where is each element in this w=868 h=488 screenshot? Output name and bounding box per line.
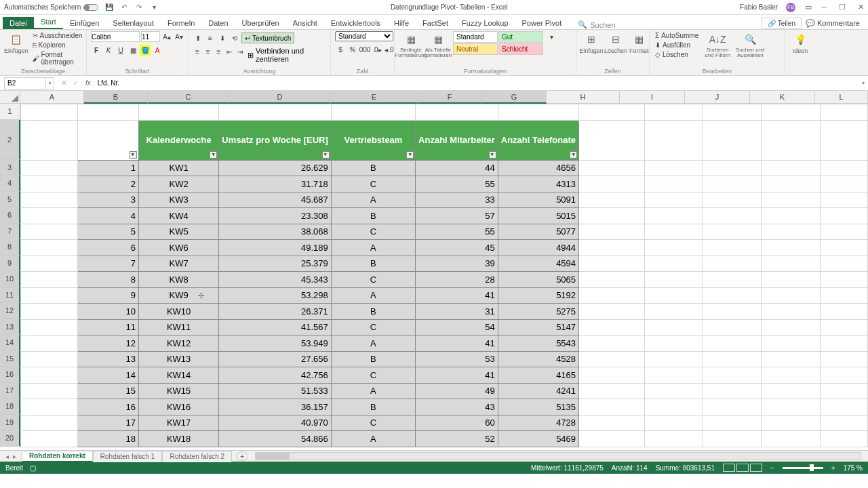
- cell[interactable]: [703, 415, 762, 431]
- table-header[interactable]: Umsatz pro Woche [EUR]▾: [219, 120, 332, 160]
- table-cell[interactable]: KW12: [138, 336, 218, 352]
- cell[interactable]: [703, 272, 762, 288]
- cell[interactable]: [644, 224, 703, 240]
- cell[interactable]: [820, 399, 867, 415]
- cell[interactable]: [644, 431, 703, 447]
- zoom-out-icon[interactable]: −: [770, 464, 774, 472]
- col-header-L[interactable]: L: [815, 91, 868, 104]
- row-header-4[interactable]: 4: [0, 176, 20, 192]
- cell[interactable]: [78, 104, 138, 121]
- cell[interactable]: [331, 104, 415, 121]
- row-header-6[interactable]: 6: [0, 207, 20, 224]
- row-header-7[interactable]: 7: [0, 224, 20, 240]
- cells-area[interactable]: Lfd. Nr.▾Kalenderwoche▾Umsatz pro Woche …: [20, 104, 868, 450]
- table-cell[interactable]: B: [331, 399, 415, 415]
- cell[interactable]: [579, 256, 645, 272]
- cell[interactable]: [644, 272, 703, 288]
- indent-dec-icon[interactable]: ⇤: [224, 46, 234, 57]
- cell[interactable]: [820, 415, 867, 431]
- cell[interactable]: [644, 383, 703, 399]
- table-cell[interactable]: 12: [78, 336, 138, 352]
- cell[interactable]: [579, 104, 645, 121]
- cell[interactable]: [21, 336, 78, 352]
- tab-daten[interactable]: Daten: [201, 17, 235, 29]
- cell[interactable]: [703, 431, 762, 447]
- table-cell[interactable]: C: [331, 272, 415, 288]
- filter-dropdown-icon[interactable]: ▾: [489, 151, 496, 159]
- insert-cells-button[interactable]: ⊞Einfügen: [580, 31, 602, 54]
- merge-button[interactable]: ⊞ Verbinden und zentrieren: [246, 46, 326, 64]
- cell[interactable]: [579, 367, 645, 384]
- cell[interactable]: [21, 415, 78, 431]
- cell[interactable]: [644, 351, 703, 367]
- table-cell[interactable]: 13: [78, 351, 138, 367]
- undo-icon[interactable]: ↶: [120, 3, 128, 12]
- copy-button[interactable]: ⎘ Kopieren: [31, 41, 84, 49]
- align-left-icon[interactable]: ≡: [193, 46, 202, 57]
- table-cell[interactable]: KW7: [138, 256, 218, 272]
- cell[interactable]: [644, 160, 703, 176]
- next-sheet-icon[interactable]: ▸: [13, 453, 16, 460]
- table-cell[interactable]: KW4: [138, 208, 218, 224]
- add-sheet-button[interactable]: +: [236, 451, 248, 461]
- table-cell[interactable]: 27.656: [219, 351, 332, 367]
- table-cell[interactable]: 28: [416, 272, 498, 288]
- table-cell[interactable]: 40.970: [219, 415, 332, 431]
- cell[interactable]: [21, 351, 78, 367]
- cell[interactable]: [644, 104, 703, 121]
- cell[interactable]: [21, 224, 78, 240]
- table-cell[interactable]: 60: [416, 415, 498, 431]
- cell[interactable]: [820, 304, 867, 320]
- format-painter-button[interactable]: 🖌 Format übertragen: [31, 50, 84, 66]
- cell[interactable]: [21, 240, 78, 256]
- increase-font-icon[interactable]: A▴: [161, 31, 172, 42]
- table-cell[interactable]: 39: [416, 256, 498, 272]
- horizontal-scrollbar[interactable]: [255, 452, 861, 460]
- expand-formula-icon[interactable]: ▾: [859, 80, 868, 86]
- cancel-formula-icon[interactable]: ✕: [61, 79, 67, 87]
- currency-icon[interactable]: $: [335, 44, 346, 55]
- cell[interactable]: [820, 351, 867, 367]
- view-normal-icon[interactable]: [723, 464, 735, 472]
- col-header-F[interactable]: F: [418, 91, 482, 104]
- zoom-level[interactable]: 175 %: [844, 464, 863, 472]
- cell[interactable]: [703, 367, 762, 384]
- table-cell[interactable]: B: [331, 304, 415, 320]
- table-header[interactable]: Anzahl Telefonate▾: [498, 120, 578, 160]
- cell[interactable]: [762, 431, 820, 447]
- table-cell[interactable]: C: [331, 415, 415, 431]
- table-cell[interactable]: KW8: [138, 272, 218, 288]
- cell[interactable]: [762, 383, 820, 399]
- table-cell[interactable]: 54.866: [219, 431, 332, 447]
- col-header-G[interactable]: G: [482, 91, 547, 104]
- table-cell[interactable]: 9: [78, 287, 138, 304]
- cell[interactable]: [579, 192, 645, 208]
- cell[interactable]: [219, 104, 332, 121]
- table-cell[interactable]: 45: [416, 240, 498, 256]
- table-cell[interactable]: 45.687: [219, 192, 332, 208]
- decrease-font-icon[interactable]: A▾: [174, 31, 184, 42]
- table-cell[interactable]: 11: [78, 319, 138, 336]
- cell[interactable]: [762, 120, 820, 160]
- cut-button[interactable]: ✂ Ausschneiden: [31, 31, 84, 40]
- table-cell[interactable]: 4944: [498, 240, 578, 256]
- table-cell[interactable]: 55: [416, 176, 498, 192]
- table-cell[interactable]: 4241: [498, 383, 578, 399]
- cell[interactable]: [644, 240, 703, 256]
- cell[interactable]: [762, 240, 820, 256]
- cell[interactable]: [762, 208, 820, 224]
- table-cell[interactable]: 8: [78, 272, 138, 288]
- cell[interactable]: [416, 104, 498, 121]
- orientation-icon[interactable]: ⟲: [229, 33, 240, 43]
- style-standard[interactable]: Standard: [453, 31, 498, 43]
- cell[interactable]: [703, 336, 762, 352]
- col-header-K[interactable]: K: [750, 91, 815, 104]
- table-cell[interactable]: 26.629: [219, 160, 332, 176]
- font-size-input[interactable]: [141, 31, 160, 42]
- user-avatar[interactable]: FB: [786, 3, 795, 12]
- col-header-I[interactable]: I: [620, 91, 685, 104]
- align-center-icon[interactable]: ≡: [203, 46, 213, 57]
- table-cell[interactable]: A: [331, 240, 415, 256]
- table-cell[interactable]: 4165: [498, 367, 578, 384]
- cell[interactable]: [820, 256, 867, 272]
